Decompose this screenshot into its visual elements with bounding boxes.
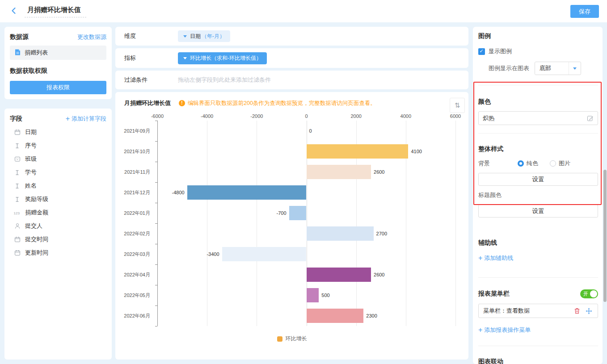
chart-card: 月捐赠环比增长值 ! 编辑界面只取数据源前200条作为查询数据预览，完整数据请访… (115, 92, 468, 360)
text-icon (13, 183, 21, 189)
datasource-name: 捐赠列表 (25, 49, 48, 57)
chart-legend[interactable]: 环比增长 (115, 335, 468, 343)
bar-value-label: -700 (277, 203, 287, 223)
color-section-title: 颜色 (478, 98, 598, 106)
save-button[interactable]: 保存 (570, 5, 599, 18)
bar[interactable] (307, 165, 371, 179)
filter-row[interactable]: 过滤条件 拖动左侧字段到此处来添加过滤条件 (115, 71, 468, 89)
bg-solid-radio[interactable]: 纯色 (518, 159, 538, 167)
report-permission-button[interactable]: 报表权限 (10, 81, 106, 94)
legend-section-title: 图例 (478, 32, 598, 40)
radio-selected-icon[interactable] (518, 160, 524, 167)
bar-value-label: 4100 (411, 141, 422, 162)
field-label: 姓名 (25, 182, 37, 190)
x-tick-label: 6000 (450, 113, 461, 119)
field-item[interactable]: 班级 (10, 152, 106, 166)
text-icon (13, 143, 21, 149)
y-axis-tick (155, 141, 157, 142)
delete-icon[interactable] (574, 308, 580, 314)
divider (478, 346, 598, 346)
field-label: 奖励等级 (25, 195, 48, 203)
field-label: 捐赠金额 (25, 209, 48, 217)
field-label: 更新时间 (25, 249, 48, 257)
field-item[interactable]: 提交时间 (10, 233, 106, 246)
filter-label: 过滤条件 (124, 76, 178, 84)
add-guideline-link[interactable]: 添加辅助线 (478, 254, 513, 262)
filter-placeholder: 拖动左侧字段到此处来添加过滤条件 (178, 76, 271, 84)
metric-tag[interactable]: 环比增长（求和-环比增长值） (178, 52, 267, 64)
bar[interactable] (307, 309, 364, 323)
field-item[interactable]: 更新时间 (10, 246, 106, 259)
bar[interactable] (187, 185, 307, 200)
menu-section-title: 报表菜单栏 (478, 290, 510, 298)
change-datasource-link[interactable]: 更改数据源 (77, 33, 106, 41)
radio-unselected-icon[interactable] (550, 160, 556, 167)
edit-icon[interactable] (587, 115, 594, 121)
field-item[interactable]: 序号 (10, 139, 106, 152)
bar[interactable] (307, 268, 371, 282)
legend-swatch (277, 336, 282, 342)
legend-position-value: 底部 (535, 64, 569, 72)
add-menu-link[interactable]: 添加报表操作菜单 (478, 326, 531, 334)
bar-value-label: -3400 (207, 244, 219, 264)
dimension-tag[interactable]: 日期 （年-月） (178, 30, 230, 42)
field-label: 提交时间 (25, 235, 48, 243)
datasource-item[interactable]: 捐赠列表 (10, 46, 106, 60)
legend-label: 环比增长 (286, 335, 307, 343)
field-item[interactable]: 123捐赠金额 (10, 206, 106, 219)
category-label: 2021年10月 (124, 141, 150, 162)
vertical-scrollbar[interactable] (603, 170, 607, 302)
background-label: 背景 (478, 159, 518, 167)
show-legend-checkbox-row[interactable]: 显示图例 (478, 47, 598, 55)
x-tick-label: 2000 (350, 113, 361, 119)
legend-position-select[interactable]: 底部 (535, 62, 581, 75)
category-label: 2022年06月 (124, 305, 150, 326)
color-theme-input[interactable]: 炽热 (478, 111, 598, 125)
move-icon[interactable] (586, 308, 592, 314)
bg-image-radio[interactable]: 图片 (550, 159, 570, 167)
category-label: 2021年11月 (124, 162, 150, 182)
chart-plot-area: 041002600-4800-7002700-340026005002300 (157, 121, 455, 326)
title-color-label: 标题颜色 (478, 191, 598, 199)
top-header: 月捐赠环比增长值 保存 (0, 0, 607, 22)
menu-item[interactable]: 菜单栏：查看数据 (478, 304, 598, 318)
calendar-icon (13, 129, 21, 135)
menu-toggle-on[interactable]: 开 (580, 289, 598, 298)
bar[interactable] (307, 226, 374, 241)
field-label: 班级 (25, 155, 37, 163)
field-item[interactable]: 学号 (10, 166, 106, 179)
chevron-down-icon (183, 57, 187, 59)
divider (478, 133, 598, 134)
calendar-icon (13, 236, 21, 243)
bar[interactable] (307, 288, 319, 302)
bar-value-label: 2600 (374, 264, 384, 285)
bar[interactable] (307, 144, 409, 159)
field-item[interactable]: 奖励等级 (10, 192, 106, 206)
add-calc-field-link[interactable]: 添加计算字段 (66, 115, 106, 123)
category-label: 2022年05月 (124, 285, 150, 305)
background-set-button[interactable]: 设置 (478, 173, 598, 186)
field-label: 提交人 (25, 222, 42, 230)
x-axis-labels: -6000-4000-20000200040006000 (157, 113, 455, 120)
person-icon (13, 223, 21, 229)
warning-text: 编辑界面只取数据源前200条作为查询数据预览，完整数据请访问页面查看。 (188, 100, 376, 107)
calendar-icon (13, 250, 21, 256)
y-axis-tick (155, 305, 157, 306)
bar[interactable] (289, 206, 307, 220)
bar-value-label: 2300 (366, 305, 377, 326)
category-label: 2021年09月 (124, 121, 150, 141)
title-color-set-button[interactable]: 设置 (478, 205, 598, 218)
bar[interactable] (222, 247, 307, 261)
divider (478, 85, 598, 85)
back-icon[interactable] (10, 7, 19, 16)
permission-title: 数据获取权限 (10, 67, 106, 75)
y-axis-tick (155, 121, 157, 121)
x-tick-label: 0 (305, 113, 308, 119)
field-item[interactable]: 日期 (10, 126, 106, 139)
field-item[interactable]: 姓名 (10, 179, 106, 192)
page-title[interactable]: 月捐赠环比增长值 (25, 6, 86, 17)
checkbox-checked-icon[interactable] (478, 48, 485, 55)
sort-icon[interactable]: ⇅ (450, 98, 465, 113)
color-theme-value: 炽热 (483, 114, 587, 122)
field-item[interactable]: 提交人 (10, 219, 106, 233)
